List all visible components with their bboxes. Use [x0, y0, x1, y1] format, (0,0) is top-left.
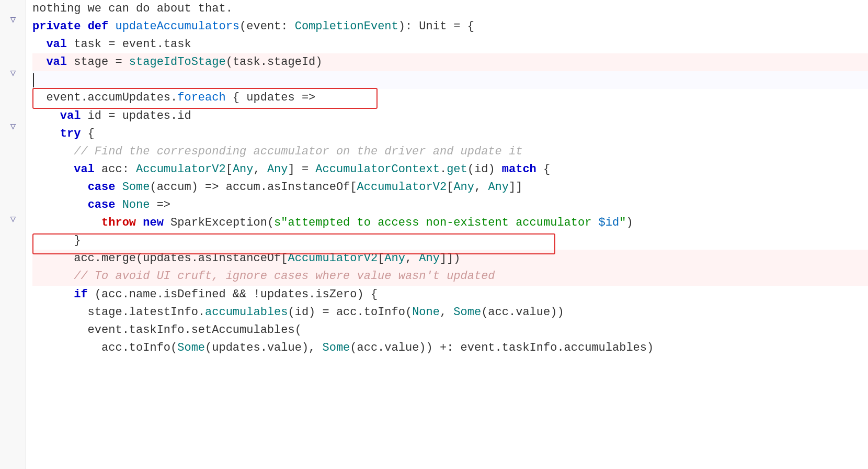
- gutter-line-3: [0, 40, 26, 53]
- code-line-3: val stage = stageIdToStage(task.stageId): [32, 53, 868, 71]
- code-line-18: event.taskInfo.setAccumulables(: [32, 321, 868, 339]
- code-area: nothing we can do about that. private de…: [26, 0, 868, 469]
- gutter-line-2: [0, 28, 26, 41]
- gutter-line-16: ▽: [0, 213, 26, 227]
- text-cursor: [33, 73, 34, 87]
- code-line-15: // To avoid UI cruft, ignore cases where…: [32, 267, 868, 285]
- code-line-10: case Some(accum) => accum.asInstanceOf[A…: [32, 178, 868, 196]
- gutter-line-18: [0, 240, 26, 253]
- gutter-line-11: [0, 148, 26, 161]
- code-line-1: private def updateAccumulators(event: Co…: [32, 18, 868, 36]
- code-line-17: stage.latestInfo.accumulables(id) = acc.…: [32, 304, 868, 321]
- gutter-line-8: [0, 107, 26, 120]
- gutter-line-7: [0, 94, 26, 107]
- gutter-line-4: [0, 53, 26, 66]
- gutter-line-17: [0, 227, 26, 240]
- gutter-line-12: [0, 161, 26, 174]
- code-line-14: acc.merge(updates.asInstanceOf[Accumulat…: [32, 250, 868, 267]
- gutter-line-9: ▽: [0, 120, 26, 135]
- code-line-7: try {: [32, 125, 868, 143]
- code-line-11: case None =>: [32, 196, 868, 214]
- gutter-line-13: [0, 174, 26, 187]
- code-line-5: event.accumUpdates.foreach { updates =>: [32, 89, 868, 107]
- gutter: ▽ ▽ ▽ ▽: [0, 0, 26, 469]
- gutter-line-19: [0, 253, 26, 266]
- code-line-0: nothing we can do about that.: [32, 0, 868, 18]
- gutter-line-5: ▽: [0, 66, 26, 81]
- code-line-9: val acc: AccumulatorV2[Any, Any] = Accum…: [32, 161, 868, 178]
- code-line-2: val task = event.task: [32, 36, 868, 53]
- gutter-line-15: [0, 199, 26, 213]
- code-line-8: // Find the corresponding accumulator on…: [32, 143, 868, 161]
- code-line-6: val id = updates.id: [32, 107, 868, 125]
- code-line-4: [32, 71, 868, 89]
- code-line-19: acc.toInfo(Some(updates.value), Some(acc…: [32, 339, 868, 357]
- code-line-16: if (acc.name.isDefined && !updates.isZer…: [32, 286, 868, 304]
- gutter-line-10: [0, 135, 26, 148]
- code-line-13: }: [32, 232, 868, 250]
- code-line-12: throw new SparkException(s"attempted to …: [32, 214, 868, 232]
- gutter-line-0: [0, 0, 26, 13]
- gutter-line-6: [0, 81, 26, 94]
- gutter-line-14: [0, 186, 26, 199]
- code-container: ▽ ▽ ▽ ▽ nothing we can do about that. pr…: [0, 0, 868, 469]
- gutter-line-1: ▽: [0, 13, 26, 28]
